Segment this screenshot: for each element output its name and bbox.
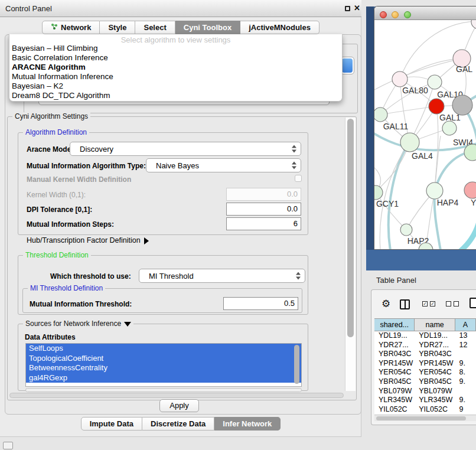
network-node-gal10[interactable] (428, 75, 442, 89)
manual-kernel-checkbox[interactable] (295, 175, 302, 182)
table-row[interactable]: YER054CYER054C8. (374, 368, 476, 377)
network-node-label: GAL (456, 64, 472, 74)
tab-cyni-toolbox[interactable]: Cyni Toolbox (175, 21, 240, 34)
tab-select[interactable]: Select (135, 21, 175, 34)
algorithm-option-bayesian-k2[interactable]: Bayesian – K2 (9, 81, 342, 91)
table-row[interactable]: YDL19...YDL19...13 (374, 331, 476, 341)
attributes-list-horizontal-scrollbar[interactable] (25, 388, 302, 392)
table-horizontal-scrollbar[interactable] (374, 415, 476, 421)
attribute-item-selfloops[interactable]: SelfLoops (26, 344, 301, 354)
checked-box-icon[interactable]: ✓ (422, 301, 428, 306)
control-panel-title: Control Panel (5, 4, 52, 13)
network-edge (458, 220, 476, 250)
which-threshold-combo[interactable]: MI Threshold (139, 269, 305, 283)
new-table-icon[interactable] (470, 298, 476, 308)
mi-type-combo[interactable]: Naive Bayes (146, 158, 301, 172)
manual-kernel-label: Manual Kernel Width Definition (27, 175, 131, 184)
algorithm-option-bayesian-hill-climbing[interactable]: Bayesian – Hill Climbing (9, 44, 342, 53)
network-node-gal1[interactable] (429, 99, 444, 114)
combo-stepper-icon (292, 162, 297, 169)
table-row[interactable]: YBR045CYBR045C9. (374, 377, 476, 387)
checked-box-icon[interactable]: ✓ (430, 301, 435, 306)
network-node-gal4[interactable] (400, 133, 419, 152)
settings-horizontal-scrollbar[interactable] (9, 393, 344, 398)
table-row[interactable]: YDR27...YDR27...12 (374, 341, 476, 350)
network-canvas[interactable]: GALGAL80GAL10GAL1GAL11GAL4SWI4GCY1HAP4YH… (374, 20, 476, 250)
table-row[interactable]: YBL079WYBL079W (374, 387, 476, 396)
tab-cyni-toolbox-label: Cyni Toolbox (184, 21, 232, 34)
unchecked-box-icon[interactable] (454, 301, 459, 306)
control-panel-window: Control Panel ✕ NetworkStyleSelectCyni T… (0, 0, 361, 437)
algorithm-dropdown-popup: Select algorithm to view settings Bayesi… (9, 34, 343, 102)
tab-impute-data[interactable]: Impute Data (81, 417, 142, 431)
algorithm-popup-hint: Select algorithm to view settings (9, 34, 342, 44)
network-node-gal11[interactable] (374, 107, 387, 122)
network-node-gcy1[interactable] (374, 185, 383, 200)
attribute-item-betweennesscentrality[interactable]: BetweennessCentrality (26, 363, 301, 373)
gear-icon[interactable]: ⚙ (382, 298, 390, 310)
settings-vertical-scrollbar[interactable] (345, 118, 356, 391)
cyni-mode-tabs: Impute DataDiscretize DataInfer Network (0, 417, 361, 431)
tab-style[interactable]: Style (100, 21, 135, 34)
network-node-swi4[interactable] (442, 121, 457, 135)
table-row[interactable]: YPR145WYPR145W9. (374, 359, 476, 369)
algorithm-option-basic-correlation-inference[interactable]: Basic Correlation Inference (9, 53, 342, 63)
algorithm-option-dream8-dc-tdc-algorithm[interactable]: Dream8 DC_TDC Algorithm (9, 91, 342, 100)
network-node-hap2[interactable] (400, 224, 412, 236)
select-columns-icon[interactable] (400, 299, 410, 309)
float-window-icon[interactable] (345, 6, 350, 11)
kernel-width-field[interactable]: 0.0 (226, 188, 301, 201)
table-cell: YIL052C (415, 405, 455, 415)
column-header-name[interactable]: name (415, 319, 455, 331)
tab-jactivemnodules[interactable]: jActiveMNodules (240, 21, 319, 34)
network-node-label: HAP4 (437, 198, 459, 207)
apply-button[interactable]: Apply (159, 399, 199, 412)
mac-zoom-icon[interactable] (404, 11, 411, 18)
aracne-mode-combo[interactable]: Discovery (70, 142, 301, 156)
network-node-hap4[interactable] (426, 182, 443, 199)
table-cell: YBL079W (374, 387, 415, 396)
dpi-tolerance-field[interactable]: 0.0 (226, 203, 301, 216)
screen: Control Panel ✕ NetworkStyleSelectCyni T… (0, 0, 476, 450)
tab-impute-data-label: Impute Data (90, 418, 133, 430)
collapsed-arrow-icon[interactable] (144, 237, 149, 244)
attribute-item-topologicalcoefficient[interactable]: TopologicalCoefficient (26, 354, 301, 364)
network-node[interactable] (471, 20, 476, 29)
table-cell: YBR045C (415, 377, 455, 387)
mi-threshold-field[interactable]: 0.5 (223, 297, 298, 310)
table-row[interactable]: YLR345WYLR345W9. (374, 396, 476, 405)
data-attributes-list[interactable]: SelfLoopsTopologicalCoefficientBetweenne… (25, 343, 302, 387)
table-cell: 12 (455, 341, 476, 350)
tab-network[interactable]: Network (42, 21, 100, 34)
close-icon[interactable]: ✕ (354, 4, 360, 12)
table-scrollbar-thumb[interactable] (376, 416, 466, 420)
column-header-shared[interactable]: shared... (374, 319, 415, 331)
table-cell: 9 (455, 405, 476, 415)
tab-discretize-data[interactable]: Discretize Data (142, 417, 214, 431)
network-node[interactable] (452, 95, 472, 115)
aracne-mode-label: Aracne Mode: (27, 145, 73, 154)
network-node-y[interactable] (464, 182, 476, 198)
tab-network-label: Network (61, 21, 91, 34)
unchecked-box-icon[interactable] (446, 301, 451, 306)
table-row[interactable]: YIL052CYIL052C9 (374, 405, 476, 415)
mac-minimize-icon[interactable] (392, 11, 399, 18)
algorithm-option-mutual-information-inference[interactable]: Mutual Information Inference (9, 72, 342, 81)
network-node-gal80[interactable] (392, 71, 407, 87)
attribute-item-gal4rgexp[interactable]: gal4RGexp (26, 373, 301, 383)
tab-infer-network[interactable]: Infer Network (214, 417, 281, 431)
table-cell: YLR345W (415, 396, 455, 405)
settings-scrollbar-thumb[interactable] (347, 119, 354, 337)
expanded-arrow-icon[interactable] (124, 322, 131, 327)
minimized-panel-icon[interactable] (3, 442, 13, 449)
column-header-a[interactable]: A (455, 319, 476, 331)
hub-definition-toggle[interactable]: Hub/Transcription Factor Definition (27, 236, 149, 244)
which-threshold-label: Which threshold to use: (50, 272, 131, 281)
table-row[interactable]: YBR043CYBR043C (374, 350, 476, 359)
attributes-list-scrollbar-thumb[interactable] (294, 345, 299, 384)
algorithm-popup-items: Bayesian – Hill ClimbingBasic Correlatio… (9, 44, 342, 100)
algorithm-option-aracne-algorithm[interactable]: ARACNE Algorithm (9, 63, 342, 72)
mi-steps-field[interactable]: 6 (226, 217, 301, 230)
network-icon (51, 21, 58, 34)
mac-close-icon[interactable] (380, 11, 387, 18)
